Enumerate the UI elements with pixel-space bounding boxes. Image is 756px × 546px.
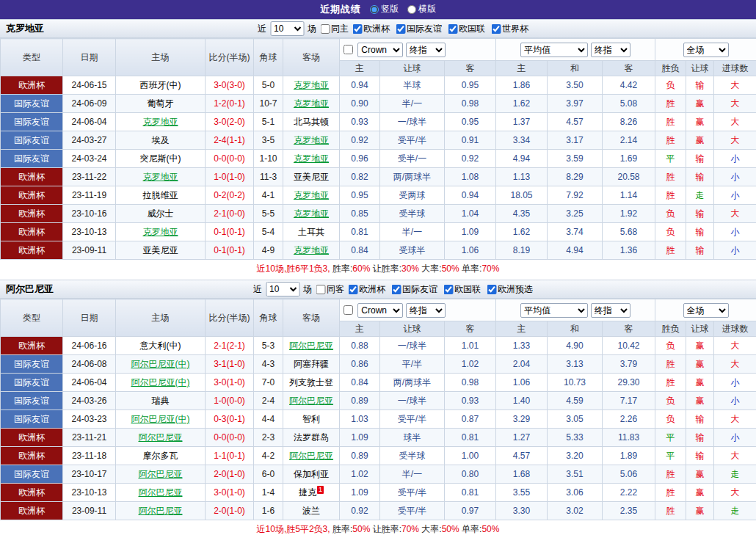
asian-handicap: 半/一 — [380, 223, 445, 241]
competition-checkbox-input[interactable] — [396, 24, 405, 34]
home-team[interactable]: 克罗地亚 — [116, 223, 206, 241]
asian-home-odds: 0.84 — [340, 374, 380, 392]
home-team[interactable]: 阿尔巴尼亚(中) — [116, 355, 206, 374]
away-team[interactable]: 阿尔巴尼亚 — [283, 392, 340, 410]
home-team[interactable]: 阿尔巴尼亚(中) — [116, 410, 206, 429]
col-header-handicap-result: 让球 — [686, 321, 714, 337]
away-team[interactable]: 克罗地亚 — [283, 95, 340, 113]
competition-checkbox[interactable]: 国际友谊 — [391, 283, 437, 296]
competition-checkbox-input[interactable] — [487, 285, 496, 294]
asian-away-odds: 1.09 — [445, 223, 496, 241]
asian-handicap: 一/球半 — [380, 337, 445, 355]
match-type: 国际友谊 — [1, 131, 63, 150]
euro-draw-odds: 3.02 — [548, 502, 603, 520]
layout-radio-input[interactable] — [407, 5, 416, 14]
away-team[interactable]: 克罗地亚 — [283, 150, 340, 168]
match-count-select[interactable]: 10 — [270, 21, 304, 36]
home-team[interactable]: 阿尔巴尼亚 — [116, 484, 206, 502]
euro-away-odds: 2.35 — [603, 502, 655, 520]
away-team[interactable]: 克罗地亚 — [283, 205, 340, 223]
layout-radio-input[interactable] — [370, 5, 379, 14]
competition-checkbox[interactable]: 世界杯 — [491, 23, 528, 35]
euro-period-select[interactable]: 终指 — [591, 303, 630, 318]
euro-draw-odds: 3.25 — [548, 205, 603, 223]
win-loss-result: 胜 — [655, 186, 686, 205]
match-row: 国际友谊 24-03-23 阿尔巴尼亚(中) 0-3(0-1) 4-4 智利 1… — [1, 410, 756, 429]
competition-checkbox-input[interactable] — [352, 24, 362, 34]
euro-avg-select[interactable]: 平均值 — [520, 303, 588, 318]
home-team[interactable]: 阿尔巴尼亚(中) — [116, 374, 206, 392]
competition-checkbox[interactable]: 欧国联 — [443, 283, 481, 296]
competition-checkbox-input[interactable] — [491, 24, 501, 34]
col-header-date: 日期 — [63, 299, 116, 337]
layout-radio-horizontal[interactable]: 横版 — [407, 3, 436, 15]
away-team[interactable]: 阿尔巴尼亚 — [283, 447, 340, 465]
home-team: 埃及 — [116, 131, 206, 150]
competition-checkbox[interactable]: 欧洲预选 — [487, 283, 533, 296]
euro-home-odds: 1.86 — [496, 76, 548, 95]
goals-result: 大 — [714, 410, 756, 429]
home-team[interactable]: 阿尔巴尼亚 — [116, 502, 206, 520]
competition-checkbox[interactable]: 欧国联 — [448, 23, 485, 35]
layout-radio-vertical[interactable]: 竖版 — [370, 3, 399, 15]
summary-segment: 胜率: — [332, 524, 352, 534]
euro-avg-select[interactable]: 平均值 — [520, 43, 588, 57]
euro-period-select[interactable]: 终指 — [591, 43, 630, 57]
handicap-result: 输 — [686, 447, 714, 465]
match-row: 欧洲杯 24-06-15 西班牙(中) 3-0(3-0) 5-0 克罗地亚 0.… — [1, 76, 756, 95]
away-team[interactable]: 克罗地亚 — [283, 131, 340, 150]
bookmaker-checkbox[interactable] — [344, 45, 353, 54]
goals-result: 大 — [714, 113, 756, 131]
competition-checkbox-input[interactable] — [443, 285, 453, 294]
scope-select[interactable]: 全场 — [683, 303, 729, 318]
match-date: 24-06-08 — [63, 355, 116, 374]
bookmaker-select[interactable]: Crown — [357, 43, 403, 57]
col-header-result: 胜负 — [655, 61, 686, 76]
away-team[interactable]: 克罗地亚 — [283, 76, 340, 95]
bookmaker-select[interactable]: Crown — [357, 303, 403, 318]
competition-checkbox[interactable]: 欧洲杯 — [348, 283, 385, 296]
summary-segment: 近10场,胜5平2负3, — [257, 524, 332, 534]
away-team[interactable]: 克罗地亚 — [283, 186, 340, 205]
home-team[interactable]: 克罗地亚 — [116, 168, 206, 186]
asian-home-odds: 0.90 — [340, 95, 380, 113]
asian-handicap: 受平/半 — [380, 410, 445, 429]
euro-away-odds: 7.17 — [603, 392, 655, 410]
same-venue-checkbox-input[interactable] — [320, 24, 330, 34]
match-count-select[interactable]: 10 — [266, 282, 299, 296]
handicap-result: 赢 — [686, 484, 714, 502]
same-venue-checkbox-input[interactable] — [316, 285, 325, 294]
col-header-corner: 角球 — [254, 299, 283, 337]
home-team[interactable]: 克罗地亚 — [116, 113, 206, 131]
summary-segment: 单率: — [459, 524, 482, 534]
summary-segment: 近10场,胜6平1负3, — [257, 263, 332, 274]
home-team: 拉脱维亚 — [116, 186, 206, 205]
away-team: 波兰 — [283, 502, 340, 520]
score: 2-0(1-0) — [206, 502, 254, 520]
home-team[interactable]: 阿尔巴尼亚 — [116, 429, 206, 447]
match-row: 欧洲杯 23-10-13 阿尔巴尼亚 3-0(1-0) 1-4 捷克1 1.09… — [1, 484, 756, 502]
competition-checkbox[interactable]: 国际友谊 — [396, 23, 442, 35]
scope-select[interactable]: 全场 — [683, 43, 729, 57]
match-row: 欧洲杯 23-10-16 威尔士 2-1(0-0) 5-5 克罗地亚 0.85 … — [1, 205, 756, 223]
competition-checkbox-input[interactable] — [448, 24, 457, 34]
away-team[interactable]: 克罗地亚 — [283, 241, 340, 260]
asian-home-odds: 0.96 — [340, 150, 380, 168]
away-team[interactable]: 阿尔巴尼亚 — [283, 337, 340, 355]
bookmaker-checkbox[interactable] — [344, 305, 353, 315]
competition-checkbox-input[interactable] — [348, 285, 357, 294]
competition-checkbox-input[interactable] — [391, 285, 401, 294]
asian-away-odds: 0.81 — [445, 429, 496, 447]
bookmaker-period-select[interactable]: 终指 — [406, 303, 446, 318]
col-header-date: 日期 — [63, 39, 116, 76]
goals-result: 走 — [714, 465, 756, 484]
competition-checkbox[interactable]: 欧洲杯 — [352, 23, 390, 35]
same-venue-checkbox[interactable]: 同客 — [316, 283, 344, 296]
home-team[interactable]: 阿尔巴尼亚 — [116, 465, 206, 484]
match-type: 欧洲杯 — [1, 502, 63, 520]
bookmaker-period-select[interactable]: 终指 — [406, 43, 446, 57]
summary-line: 近10场,胜6平1负3, 胜率:60% 让胜率:30% 大率:50% 单率:70… — [0, 260, 756, 280]
match-date: 24-03-26 — [63, 392, 116, 410]
match-row: 欧洲杯 24-06-16 意大利(中) 2-1(2-1) 5-3 阿尔巴尼亚 0… — [1, 337, 756, 355]
same-venue-checkbox[interactable]: 同主 — [320, 23, 349, 35]
